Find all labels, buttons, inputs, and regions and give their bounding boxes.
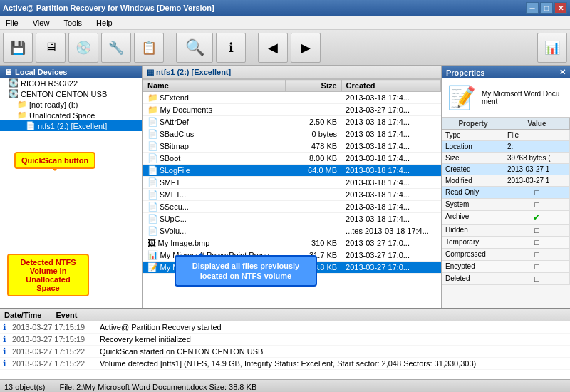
file-icon: 📝	[147, 262, 158, 272]
file-size: 2.50 KB	[286, 116, 342, 128]
props-value-checkbox[interactable]: ✔	[504, 211, 569, 225]
col-created[interactable]: Created	[341, 80, 440, 92]
log-event: Recovery kernel initialized	[100, 335, 191, 344]
right-panel: Properties ✕ 📝 My Microsoft Word Documen…	[442, 66, 570, 308]
file-name: $Bitmap	[160, 142, 189, 150]
props-property: Created	[442, 164, 504, 175]
table-row[interactable]: 📁 My Documents 2013-03-27 17:0...	[143, 104, 441, 116]
table-row[interactable]: 📄 $LogFile 64.0 MB 2013-03-18 17:4...	[143, 165, 441, 177]
close-button[interactable]: ✕	[554, 2, 567, 14]
table-row[interactable]: 📄 $Boot 8.00 KB 2013-03-18 17:4...	[143, 153, 441, 165]
menu-file[interactable]: File	[3, 17, 21, 29]
props-property: Modified	[442, 175, 504, 187]
toolbar-separator-1	[170, 35, 170, 61]
quickscan-button[interactable]: 🔍	[176, 33, 213, 63]
file-icon: 📄	[147, 129, 158, 139]
menu-view[interactable]: View	[30, 17, 53, 29]
log-icon: ℹ	[3, 334, 6, 344]
file-name: $LogFile	[160, 166, 190, 175]
table-row[interactable]: 📄 $UpC... 2013-03-18 17:4...	[143, 213, 441, 225]
toolbar-btn-chart[interactable]: 📊	[537, 33, 567, 63]
file-created: 2013-03-18 17:4...	[341, 153, 440, 165]
toolbar-btn-0[interactable]: 💾	[3, 33, 33, 63]
table-row[interactable]: 📄 $MFT 2013-03-18 17:4...	[143, 177, 441, 189]
checkbox-unchecked: □	[534, 238, 539, 247]
toolbar-btn-4[interactable]: 📋	[134, 33, 164, 63]
props-value-checkbox[interactable]: □	[504, 249, 569, 261]
file-icon: 📄	[147, 141, 158, 151]
props-value-checkbox[interactable]: □	[504, 225, 569, 237]
log-event: Volume detected [ntfs1] (NTFS, 14.9 GB, …	[100, 359, 476, 368]
props-value-checkbox[interactable]: □	[504, 199, 569, 211]
props-row: Temporary□	[442, 237, 570, 249]
toolbar-btn-back[interactable]: ◀	[258, 33, 288, 63]
toolbar-btn-3[interactable]: 🔧	[101, 33, 131, 63]
table-row[interactable]: 📄 $AttrDef 2.50 KB 2013-03-18 17:4...	[143, 116, 441, 128]
table-row[interactable]: 📄 $Secu... 2013-03-18 17:4...	[143, 201, 441, 213]
center-panel-header: ▦ ntfs1 (2:) [Excellent]	[142, 66, 441, 79]
tree-item-centon[interactable]: 💽 CENTON CENTON USB	[0, 88, 142, 99]
log-entry: ℹ 2013-03-27 17:15:19 Active@ Partition …	[0, 321, 570, 334]
props-close-btn[interactable]: ✕	[559, 68, 566, 77]
props-value-checkbox[interactable]: □	[504, 261, 569, 273]
file-name: $BadClus	[160, 130, 195, 138]
props-value-checkbox[interactable]: □	[504, 187, 569, 199]
toolbar-btn-info[interactable]: ℹ	[216, 33, 246, 63]
minimize-button[interactable]: ─	[526, 2, 539, 14]
file-created: 2013-03-18 17:4...	[341, 128, 440, 140]
props-value-checkbox[interactable]: □	[504, 273, 569, 285]
file-created: 2013-03-18 17:4...	[341, 177, 440, 189]
menu-tools[interactable]: Tools	[61, 17, 85, 29]
toolbar-btn-2[interactable]: 💿	[68, 33, 98, 63]
table-row[interactable]: 📄 $MFT... 2013-03-18 17:4...	[143, 189, 441, 201]
checkbox-unchecked: □	[534, 188, 539, 197]
menu-help[interactable]: Help	[93, 17, 115, 29]
window-controls: ─ □ ✕	[526, 2, 567, 14]
file-size	[286, 104, 342, 116]
tree-item-ricoh[interactable]: 💽 RICOH RSC822	[0, 78, 142, 88]
toolbar-btn-fwd[interactable]: ▶	[291, 33, 321, 63]
props-row: Compressed□	[442, 249, 570, 261]
file-icon: 📄	[147, 153, 158, 163]
file-name: $Extend	[160, 93, 189, 102]
col-size[interactable]: Size	[286, 80, 342, 92]
callout-files: Displayed all files previously located o…	[175, 255, 317, 287]
toolbar-btn-1[interactable]: 🖥	[36, 33, 66, 63]
toolbar-separator-2	[252, 35, 252, 61]
props-property: Deleted	[442, 273, 504, 285]
props-row: Modified2013-03-27 1	[442, 175, 570, 187]
table-row[interactable]: 📁 $Extend 2013-03-18 17:4...	[143, 92, 441, 104]
col-name[interactable]: Name	[143, 80, 286, 92]
file-name: $UpC...	[160, 215, 187, 223]
tree-item-notready[interactable]: 📁 [not ready] (I:)	[0, 99, 142, 110]
log-time: 2013-03-27 17:15:22	[12, 347, 94, 356]
folder-icon-notready: 📁	[17, 100, 27, 109]
main-layout: 🖥 Local Devices 💽 RICOH RSC822 💽 CENTON …	[0, 66, 570, 308]
props-value: 2013-03-27 1	[504, 175, 569, 187]
table-row[interactable]: 🖼 My Image.bmp 310 KB 2013-03-27 17:0...	[143, 237, 441, 249]
log-col-datetime: Date/Time	[4, 311, 41, 319]
props-row: Created2013-03-27 1	[442, 164, 570, 175]
table-row[interactable]: 📄 $Bitmap 478 KB 2013-03-18 17:4...	[143, 140, 441, 153]
tree-item-ntfs[interactable]: 📄 ntfs1 (2:) [Excellent]	[0, 120, 142, 131]
checkbox-unchecked: □	[534, 250, 539, 259]
file-size	[286, 189, 342, 201]
checkbox-checked: ✔	[533, 212, 540, 222]
toolbar: 💾 🖥 💿 🔧 📋 🔍 ℹ ◀ ▶ 📊	[0, 30, 570, 66]
file-created: 2013-03-18 17:4...	[341, 140, 440, 153]
tree-item-unallocated[interactable]: 📁 Unallocated Space	[0, 110, 142, 120]
props-property: Location	[442, 141, 504, 153]
props-col-value: Value	[504, 118, 569, 130]
table-row[interactable]: 📄 $BadClus 0 bytes 2013-03-18 17:4...	[143, 128, 441, 140]
props-value-checkbox[interactable]: □	[504, 237, 569, 249]
log-event: Active@ Partition Recovery started	[100, 323, 222, 331]
checkbox-unchecked: □	[534, 226, 539, 234]
props-icon-area: 📝 My Microsoft Word Document	[442, 78, 570, 118]
log-body: ℹ 2013-03-27 17:15:19 Active@ Partition …	[0, 321, 570, 379]
props-property: Size	[442, 153, 504, 164]
hdd-icon-ricoh: 💽	[9, 78, 19, 88]
table-row[interactable]: 📄 $Volu... ...tes 2013-03-18 17:4...	[143, 225, 441, 237]
callout-ntfs: Detected NTFS Volume in Unallocated Spac…	[7, 254, 89, 296]
file-size: 8.00 KB	[286, 153, 342, 165]
maximize-button[interactable]: □	[540, 2, 553, 14]
